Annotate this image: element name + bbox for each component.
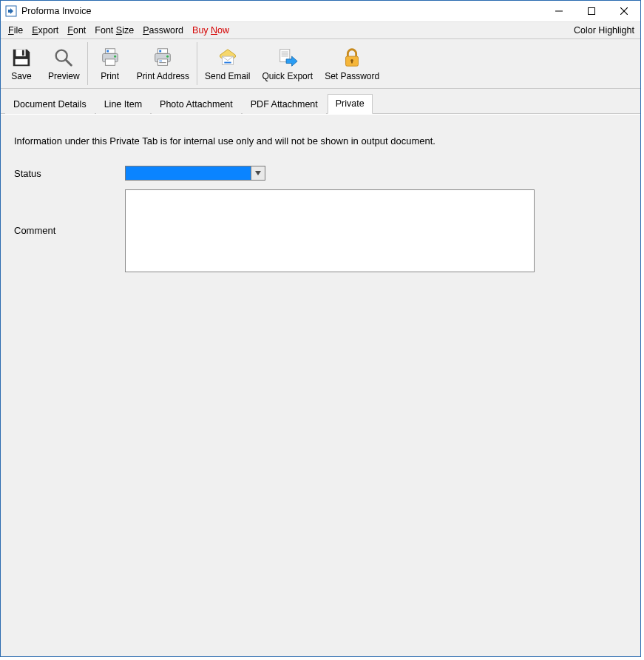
quick-export-button[interactable]: Quick Export bbox=[256, 41, 319, 87]
status-value bbox=[126, 166, 251, 180]
svg-line-9 bbox=[66, 60, 72, 66]
svg-rect-20 bbox=[160, 62, 166, 63]
svg-rect-25 bbox=[281, 52, 288, 53]
tab-line-item[interactable]: Line Item bbox=[96, 95, 150, 114]
tab-strip: Document Details Line Item Photo Attachm… bbox=[1, 89, 640, 114]
print-button[interactable]: Print bbox=[89, 41, 131, 87]
chevron-down-icon bbox=[255, 171, 261, 175]
email-icon bbox=[216, 46, 240, 70]
set-password-label: Set Password bbox=[325, 71, 379, 81]
send-email-label: Send Email bbox=[205, 71, 250, 81]
svg-rect-26 bbox=[281, 53, 288, 54]
tab-document-details[interactable]: Document Details bbox=[5, 95, 95, 114]
save-icon bbox=[10, 46, 33, 70]
send-email-button[interactable]: Send Email bbox=[199, 41, 256, 87]
svg-rect-19 bbox=[160, 61, 163, 61]
svg-rect-2 bbox=[589, 8, 595, 15]
comment-label: Comment bbox=[11, 189, 125, 236]
preview-button[interactable]: Preview bbox=[42, 41, 86, 87]
svg-point-18 bbox=[166, 55, 169, 58]
dropdown-button[interactable] bbox=[251, 166, 265, 180]
print-label: Print bbox=[101, 71, 119, 81]
tab-content-private: Information under this Private Tab is fo… bbox=[1, 114, 640, 656]
menu-font[interactable]: Font bbox=[63, 24, 90, 37]
menu-password[interactable]: Password bbox=[138, 24, 188, 37]
status-label: Status bbox=[11, 168, 125, 179]
tab-pdf-attachment[interactable]: PDF Attachment bbox=[243, 95, 326, 114]
menu-file[interactable]: File bbox=[4, 24, 27, 37]
svg-rect-21 bbox=[160, 50, 162, 53]
menu-color-highlight[interactable]: Color Highlight bbox=[571, 24, 637, 37]
print-address-button[interactable]: Print Address bbox=[131, 41, 195, 87]
svg-rect-27 bbox=[281, 55, 288, 56]
svg-rect-12 bbox=[105, 59, 115, 65]
comment-textarea[interactable] bbox=[125, 189, 535, 272]
comment-row: Comment bbox=[11, 189, 630, 272]
title-bar: Proforma Invoice bbox=[1, 1, 640, 22]
lock-icon bbox=[340, 46, 364, 70]
toolbar: Save Preview bbox=[1, 39, 640, 89]
svg-rect-7 bbox=[16, 59, 28, 65]
menu-bar: File Export Font Font Size Password Buy … bbox=[1, 22, 640, 39]
save-button[interactable]: Save bbox=[1, 41, 42, 87]
menu-export[interactable]: Export bbox=[27, 24, 63, 37]
svg-point-13 bbox=[114, 55, 116, 58]
tab-private[interactable]: Private bbox=[328, 94, 373, 114]
svg-rect-6 bbox=[22, 50, 24, 56]
svg-rect-30 bbox=[351, 61, 353, 64]
window-title: Proforma Invoice bbox=[21, 6, 91, 16]
status-select[interactable] bbox=[125, 166, 265, 181]
magnifier-icon bbox=[52, 46, 75, 70]
tab-photo-attachment[interactable]: Photo Attachment bbox=[152, 95, 241, 114]
preview-label: Preview bbox=[48, 71, 80, 81]
svg-rect-14 bbox=[106, 50, 109, 53]
svg-rect-23 bbox=[224, 62, 231, 64]
app-window: Proforma Invoice File Export Font Font S… bbox=[0, 0, 641, 657]
private-info-text: Information under this Private Tab is fo… bbox=[14, 135, 630, 147]
status-row: Status bbox=[11, 166, 630, 181]
set-password-button[interactable]: Set Password bbox=[319, 41, 385, 87]
printer-address-icon bbox=[151, 46, 174, 70]
window-maximize-button[interactable] bbox=[575, 1, 608, 21]
save-label: Save bbox=[11, 71, 31, 81]
quick-export-label: Quick Export bbox=[262, 71, 313, 81]
print-address-label: Print Address bbox=[137, 71, 189, 81]
printer-icon bbox=[98, 46, 122, 70]
app-icon bbox=[5, 5, 17, 17]
menu-font-size[interactable]: Font Size bbox=[90, 24, 138, 37]
export-icon bbox=[276, 46, 299, 70]
window-close-button[interactable] bbox=[608, 1, 640, 21]
window-minimize-button[interactable] bbox=[543, 1, 575, 21]
menu-buy-now[interactable]: Buy Now bbox=[188, 24, 234, 37]
